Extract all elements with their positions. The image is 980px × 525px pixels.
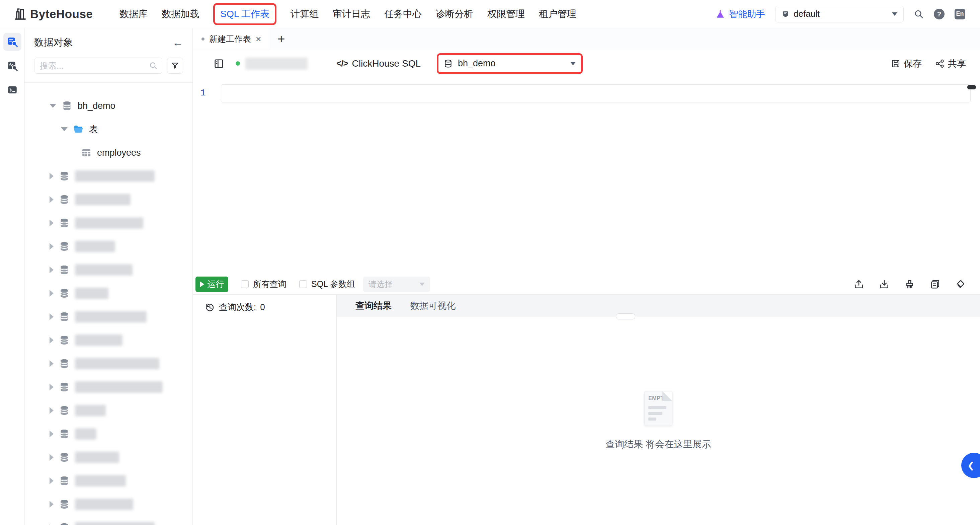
expand-caret-icon[interactable] — [49, 243, 54, 250]
tree-item-database[interactable] — [34, 305, 183, 329]
tree-item-database[interactable] — [34, 422, 183, 446]
database-icon — [59, 382, 70, 393]
left-icon-rail — [0, 28, 25, 525]
expand-caret-icon[interactable] — [49, 220, 54, 227]
expand-caret-icon[interactable] — [49, 290, 54, 297]
ai-assistant-button[interactable]: 智能助手 — [715, 8, 765, 20]
tree-item-database[interactable] — [34, 399, 183, 422]
tree-item-database[interactable] — [34, 211, 183, 235]
tree-item-database[interactable] — [34, 469, 183, 493]
code-icon: </> — [336, 58, 348, 69]
eraser-icon[interactable] — [955, 279, 966, 290]
compute-group-select[interactable]: default — [775, 6, 904, 22]
language-switcher[interactable]: En — [955, 9, 965, 19]
tree-item-database[interactable] — [34, 375, 183, 399]
redacted-database-name — [75, 217, 143, 229]
param-group-select[interactable]: 请选择 — [363, 276, 430, 292]
tree-item-database[interactable] — [34, 235, 183, 258]
copy-icon[interactable] — [930, 279, 940, 290]
database-icon — [59, 358, 70, 369]
download-icon[interactable] — [879, 279, 889, 290]
database-select[interactable]: bh_demo — [437, 53, 583, 74]
save-label: 保存 — [904, 57, 922, 70]
tree-filter-button[interactable] — [167, 57, 183, 73]
expand-caret-icon[interactable] — [49, 501, 54, 507]
nav-item-audit-logs[interactable]: 审计日志 — [333, 5, 370, 24]
all-queries-checkbox[interactable] — [241, 280, 249, 288]
nav-item-sql-worksheet[interactable]: SQL 工作表 — [213, 3, 277, 25]
worksheet-toolbar: </> ClickHouse SQL bh_demo — [193, 50, 980, 77]
tree-search-input[interactable] — [34, 57, 162, 73]
worksheet-tab[interactable]: 新建工作表 × — [193, 28, 270, 50]
tree-item-database[interactable] — [34, 446, 183, 469]
results-resize-handle[interactable] — [616, 313, 635, 319]
topbar-right-controls: 智能助手 default ? En — [715, 6, 965, 22]
doc-line — [648, 412, 662, 415]
expand-caret-icon[interactable] — [49, 196, 54, 203]
collapse-panel-icon[interactable]: ← — [172, 37, 183, 48]
main-menu: 数据库 数据加载 SQL 工作表 计算组 审计日志 任务中心 诊断分析 权限管理… — [119, 3, 576, 25]
data-objects-panel: 数据对象 ← — [25, 28, 193, 525]
collapse-caret-icon[interactable] — [61, 127, 68, 131]
tree-item-table-employees[interactable]: employees — [34, 141, 183, 164]
nav-item-tenant-management[interactable]: 租户管理 — [539, 5, 576, 24]
expand-caret-icon[interactable] — [49, 454, 54, 461]
nav-item-diagnostics[interactable]: 诊断分析 — [436, 5, 473, 24]
database-icon — [59, 265, 70, 275]
tree-item-database[interactable] — [34, 258, 183, 282]
rail-item-saved-scripts[interactable] — [3, 81, 21, 99]
results-main-pane: 查询结果 数据可视化 EMPTY 查询结果 将会在这里展示 — [337, 295, 980, 525]
tree-item-database[interactable] — [34, 282, 183, 305]
help-icon[interactable]: ? — [934, 9, 945, 19]
unsaved-indicator-dot — [202, 37, 205, 40]
all-queries-checkbox-group[interactable]: 所有查询 — [241, 279, 286, 290]
sql-params-checkbox[interactable] — [299, 280, 307, 288]
tab-data-visualization[interactable]: 数据可视化 — [410, 300, 455, 312]
redacted-database-name — [75, 475, 126, 487]
expand-caret-icon[interactable] — [49, 477, 54, 484]
compute-group-value: default — [794, 9, 820, 19]
nav-item-task-center[interactable]: 任务中心 — [384, 5, 422, 24]
tree-item-database[interactable] — [34, 493, 183, 516]
query-search-icon — [7, 60, 18, 72]
expand-caret-icon[interactable] — [49, 360, 54, 367]
rail-item-query-history[interactable] — [3, 57, 21, 75]
tree-item-tables-folder[interactable]: 表 — [34, 118, 183, 141]
sql-editor[interactable]: 1 — [193, 77, 980, 274]
tree-item-database[interactable] — [34, 329, 183, 352]
format-brush-icon[interactable] — [904, 279, 915, 290]
expand-caret-icon[interactable] — [49, 173, 54, 179]
upload-icon[interactable] — [853, 279, 864, 290]
tree-item-database[interactable] — [34, 516, 183, 525]
share-button[interactable]: 共享 — [935, 57, 966, 70]
tree-item-database[interactable] — [34, 164, 183, 188]
sql-worksheet-area: 新建工作表 × + </> ClickHouse SQL — [193, 28, 980, 525]
sql-params-checkbox-group[interactable]: SQL 参数组 — [299, 279, 355, 290]
search-icon[interactable] — [914, 9, 924, 19]
tree-item-database[interactable] — [34, 352, 183, 375]
collapse-caret-icon[interactable] — [49, 104, 56, 108]
tab-query-results[interactable]: 查询结果 — [355, 300, 391, 312]
new-worksheet-button[interactable]: + — [270, 28, 292, 50]
tree-item-database-bh-demo[interactable]: bh_demo — [34, 94, 183, 118]
save-button[interactable]: 保存 — [891, 57, 922, 70]
expand-caret-icon[interactable] — [49, 266, 54, 273]
database-icon — [59, 241, 70, 252]
nav-item-data-loading[interactable]: 数据加载 — [162, 5, 199, 24]
nav-item-permissions[interactable]: 权限管理 — [487, 5, 525, 24]
expand-caret-icon[interactable] — [49, 313, 54, 320]
nav-item-compute-groups[interactable]: 计算组 — [291, 5, 319, 24]
expand-caret-icon[interactable] — [49, 384, 54, 390]
bytehouse-logo[interactable]: ByteHouse — [13, 7, 93, 21]
expand-caret-icon[interactable] — [49, 407, 54, 414]
expand-caret-icon[interactable] — [49, 431, 54, 437]
rail-item-data-objects[interactable] — [3, 33, 21, 51]
run-button[interactable]: 运行 — [196, 276, 228, 292]
close-tab-icon[interactable]: × — [256, 35, 261, 44]
tree-item-database[interactable] — [34, 188, 183, 211]
worksheet-tab-bar: 新建工作表 × + — [193, 28, 980, 50]
nav-item-databases[interactable]: 数据库 — [119, 5, 148, 24]
editor-scrollbar-thumb[interactable] — [967, 85, 976, 89]
tree-item-label: 表 — [89, 123, 98, 135]
expand-caret-icon[interactable] — [49, 337, 54, 343]
